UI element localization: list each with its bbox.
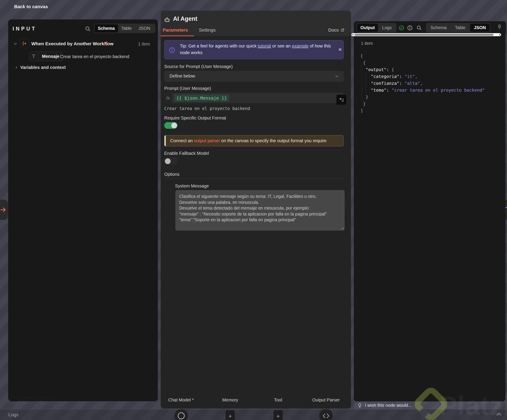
toggle-knob [171,122,177,128]
success-check-icon [399,25,404,31]
input-panel-title: INPUT [13,26,37,32]
system-message-value: Clasifica el siguiente mensaje según su … [179,193,341,223]
json-key: "output": [366,67,389,72]
input-tab-schema[interactable]: Schema [94,24,118,32]
info-icon [169,47,175,53]
connector-label-chat-model: Chat Model * [166,398,197,403]
json-token: { [363,60,366,65]
docs-link[interactable]: Docs [328,27,345,33]
json-key: "tema": [371,88,389,93]
lightbulb-icon [357,403,362,408]
tip-text: Tip: Get a feel for agents with our quic… [180,43,334,56]
canvas-node-trigger[interactable] [0,200,8,220]
node-title: AI Agent [173,15,197,22]
fx-icon: fx [164,93,171,103]
json-output-viewer[interactable]: [ { "output": { "categoria":"it", "confi… [360,53,485,114]
source-prompt-select[interactable]: Define below [164,71,344,82]
output-tab-json[interactable]: JSON [470,24,490,32]
scroll-right-arrow[interactable] [499,34,500,36]
source-prompt-selected-value: Define below [169,73,195,78]
tab-settings[interactable]: Settings [199,27,216,33]
run-info-icon[interactable] [407,25,413,31]
warning-text-part2: on the canvas to specify the output form… [220,138,327,143]
output-search-icon[interactable] [416,25,422,31]
warning-accent-bar [164,135,166,146]
trigger-node-icon [20,39,29,48]
expand-icon [339,97,344,102]
input-item-count: 1 item [127,42,150,47]
input-search-icon[interactable] [85,26,91,32]
fallback-toggle[interactable] [164,158,177,164]
pin-icon [497,24,502,30]
logs-tab[interactable]: Logs [378,24,396,32]
json-value: "alta", [405,81,423,86]
output-item-count: 1 item [361,41,373,46]
output-tab-table[interactable]: Table [451,24,470,32]
active-tab-underline [161,36,194,36]
chevron-up-icon[interactable] [496,413,501,416]
system-message-textarea[interactable]: Clasifica el siguiente mensaje según su … [176,190,345,231]
node-feedback-bar[interactable]: I wish this node would... [354,401,500,409]
input-node-name[interactable]: When Executed by Another Workflow [31,41,113,46]
prompt-expression-input[interactable]: fx {{ $json.Mensaje }} [164,93,344,103]
canvas-control-button[interactable] [22,398,35,404]
schema-field-pill[interactable]: T Mensaje [29,51,63,61]
connector-label-output-parser: Output Parser [310,398,341,403]
output-parser-link[interactable]: output parser [194,138,220,143]
system-message-label: System Message [175,184,209,189]
resize-handle-icon[interactable] [341,227,344,230]
json-token: ] [360,108,363,113]
json-value: "crear tarea en el proyecto backend" [392,88,485,93]
json-indent-guide [366,72,366,93]
tip-close-icon[interactable]: ✕ [338,47,342,52]
json-key: "confianza": [371,81,402,86]
toggle-knob [165,158,171,164]
warning-text-part1: Connect an [170,138,194,143]
json-token: } [366,94,368,100]
canvas-control-button[interactable] [40,398,54,404]
tip-text-part1: Tip: Get a feel for agents with our quic… [180,43,258,48]
scrollbar-thumb[interactable] [354,34,493,36]
source-prompt-label: Source for Prompt (User Message) [164,64,233,69]
fallback-label: Enable Fallback Model [164,151,209,156]
input-view-tabs: Schema Table JSON [94,24,155,33]
json-token: [ [360,53,363,58]
json-key: "categoria": [371,74,402,79]
json-token: { [392,67,394,72]
expression-value: {{ $json.Mensaje }} [174,94,229,102]
output-tab-schema[interactable]: Schema [427,24,451,32]
output-view-tabs: Schema Table JSON [426,23,490,32]
output-parser-warning: Connect an output parser on the canvas t… [164,135,344,146]
lightning-bolt-icon [105,41,109,46]
json-token: } [363,101,366,107]
docs-label: Docs [328,27,339,33]
json-value: "it", [405,74,418,79]
input-tab-json[interactable]: JSON [135,24,154,32]
tutorial-link[interactable]: tutorial [258,43,271,48]
expression-resolved-value: Crear tarea en el proyecto backend [164,106,250,111]
tip-text-part2: or see an [271,43,292,48]
require-output-toggle[interactable] [164,122,177,129]
variables-and-context-row[interactable]: Variables and context [20,65,66,70]
input-panel [8,19,158,401]
require-output-label: Require Specific Output Format [164,115,226,121]
scroll-left-arrow[interactable] [352,34,353,36]
workflow-trigger-arrow-icon [0,206,7,213]
field-type-icon: T [29,52,38,61]
open-expression-editor-button[interactable] [336,95,346,105]
example-link[interactable]: example [292,43,309,48]
prompt-label: Prompt (User Message) [164,86,211,91]
options-heading: Options [164,172,179,177]
logs-bottom-bar[interactable]: Logs [0,409,507,420]
canvas-control-button[interactable] [9,398,19,404]
output-tab[interactable]: Output [357,24,378,32]
connector-label-memory: Memory [215,398,246,403]
input-tab-table[interactable]: Table [118,24,135,32]
expand-chevron-icon[interactable] [14,66,18,69]
horizontal-scrollbar[interactable] [351,33,501,36]
tab-parameters[interactable]: Parameters [163,27,188,33]
back-to-canvas-button[interactable]: Back to canvas [14,4,48,9]
connector-label-tool: Tool [263,398,294,403]
logs-bar-label: Logs [8,412,19,417]
collapse-chevron-icon[interactable] [14,42,17,46]
